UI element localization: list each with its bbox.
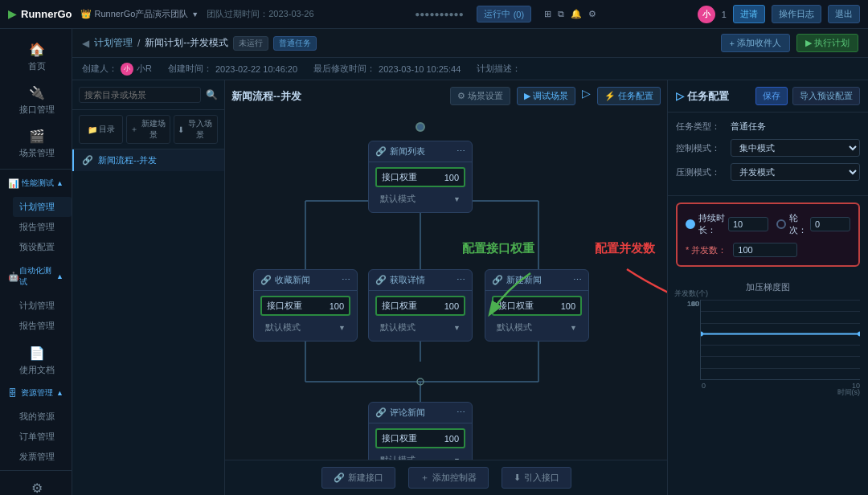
import-scene-button[interactable]: ⬇ 导入场景 bbox=[174, 115, 218, 144]
scene-settings-label: 场景设置 bbox=[468, 90, 503, 102]
control-mode-select[interactable]: 集中模式 bbox=[731, 139, 860, 157]
node-new-news-left: 🔗 新建新闻 bbox=[492, 274, 542, 286]
grid-icon[interactable]: ⊞ bbox=[544, 9, 551, 19]
node-collect-weight: 接口权重 100 bbox=[260, 296, 350, 316]
sidebar-item-my-resources[interactable]: 我的资源 bbox=[13, 407, 72, 427]
copy-icon[interactable]: ⧉ bbox=[558, 9, 564, 19]
node-news-list-title: 新闻列表 bbox=[390, 145, 425, 158]
save-config-button[interactable]: 保存 bbox=[755, 87, 788, 105]
sidebar-group-auto[interactable]: 🤖 自动化测试 ▲ bbox=[0, 260, 72, 292]
add-controller-button[interactable]: ＋ 添加控制器 bbox=[408, 467, 489, 489]
node-collect-left: 🔗 收藏新闻 bbox=[260, 274, 310, 286]
node-collect-news[interactable]: 🔗 收藏新闻 ⋯ 接口权重 100 默认模式 bbox=[253, 269, 358, 342]
enter-button[interactable]: 进请 bbox=[733, 5, 765, 23]
scene-settings-button[interactable]: ⚙ 场景设置 bbox=[450, 87, 510, 105]
collect-chevron-icon: ▼ bbox=[338, 324, 346, 332]
duration-radio-option[interactable]: 持续时长： bbox=[686, 212, 768, 236]
new-news-weight-label: 接口权重 bbox=[498, 300, 534, 312]
settings-icon[interactable]: ⚙ bbox=[588, 9, 596, 19]
sidebar-item-docs[interactable]: 📄 使用文档 bbox=[0, 339, 72, 382]
rounds-input[interactable] bbox=[810, 217, 850, 231]
new-api-button[interactable]: 🔗 新建接口 bbox=[321, 467, 395, 489]
sidebar-item-dev-mgmt[interactable]: 发票管理 bbox=[13, 447, 72, 467]
node-fetch-detail[interactable]: 🔗 获取详情 ⋯ 接口权重 100 默认模式 bbox=[368, 269, 473, 342]
rounds-radio-option[interactable]: 轮次： bbox=[776, 212, 850, 236]
concurrency-value-input[interactable] bbox=[733, 243, 797, 257]
task-config-button[interactable]: ⚡ 任务配置 bbox=[597, 87, 661, 105]
interface-icon: 🔌 bbox=[29, 85, 45, 100]
modified-time-info: 最后修改时间： 2023-03-10 10:25:44 bbox=[313, 63, 461, 75]
scene-search-input[interactable] bbox=[79, 87, 201, 103]
status-count: (0) bbox=[514, 10, 524, 19]
node-new-news[interactable]: 🔗 新建新闻 ⋯ 接口权重 100 默认模式 bbox=[485, 269, 589, 342]
import-api-button[interactable]: ⬇ 引入接口 bbox=[502, 467, 571, 489]
node-collect-title: 收藏新闻 bbox=[275, 274, 310, 286]
debug-button[interactable]: ▶ 调试场景 bbox=[517, 87, 575, 105]
svg-point-16 bbox=[701, 332, 703, 337]
comment-link-icon: 🔗 bbox=[375, 407, 387, 418]
weight-label: 接口权重 bbox=[382, 171, 417, 183]
add-recipient-button[interactable]: + 添加收件人 bbox=[721, 34, 790, 52]
node-news-list[interactable]: 🔗 新闻列表 ⋯ 接口权重 100 默认模式 bbox=[368, 141, 473, 213]
bell-icon[interactable]: 🔔 bbox=[571, 9, 582, 19]
collect-weight-label: 接口权重 bbox=[267, 300, 302, 312]
node-news-list-header: 🔗 新闻列表 ⋯ bbox=[369, 141, 472, 162]
fetch-mode-label: 默认模式 bbox=[380, 321, 416, 333]
sidebar-item-home[interactable]: 🏠 首页 bbox=[0, 35, 72, 79]
canvas-bottom-bar: 🔗 新建接口 ＋ 添加控制器 ⬇ 引入接口 bbox=[225, 460, 667, 495]
node-collect-more[interactable]: ⋯ bbox=[342, 275, 350, 285]
node-fetch-more[interactable]: ⋯ bbox=[457, 275, 465, 285]
import-preset-button[interactable]: 导入预设配置 bbox=[792, 87, 860, 105]
config-header: ▷ 任务配置 保存 导入预设配置 bbox=[668, 80, 868, 112]
node-new-news-mode[interactable]: 默认模式 ▼ bbox=[492, 319, 582, 336]
node-new-news-more[interactable]: ⋯ bbox=[573, 275, 582, 285]
sidebar-item-settings[interactable]: ⚙ 设置 ▲ bbox=[0, 474, 72, 495]
sidebar-item-preset-config[interactable]: 预设配置 bbox=[13, 237, 72, 257]
node-fetch-mode[interactable]: 默认模式 ▼ bbox=[375, 319, 465, 336]
debug-icon: ▶ bbox=[524, 91, 530, 101]
exit-button[interactable]: 退出 bbox=[828, 5, 860, 23]
sidebar-item-order-mgmt[interactable]: 订单管理 bbox=[13, 427, 72, 447]
sidebar-item-report-mgmt[interactable]: 报告管理 bbox=[13, 217, 72, 237]
node-news-list-mode[interactable]: 默认模式 ▼ bbox=[375, 190, 465, 207]
duration-input[interactable] bbox=[728, 217, 768, 231]
team-info[interactable]: 👑 RunnerGo产品演示团队 ▼ bbox=[80, 8, 199, 20]
chart-line-svg bbox=[701, 300, 860, 379]
scene-action-buttons: 📁 目录 ＋ 新建场景 ⬇ 导入场景 bbox=[72, 110, 224, 149]
node-more-icon[interactable]: ⋯ bbox=[457, 146, 465, 157]
config-title-text: 任务配置 bbox=[687, 89, 729, 104]
pressure-mode-select[interactable]: 并发模式 bbox=[731, 163, 860, 181]
task-type-tag: 普通任务 bbox=[273, 36, 317, 51]
top-bar-left: ▶ RunnerGo 👑 RunnerGo产品演示团队 ▼ 团队过期时间：202… bbox=[8, 8, 314, 20]
add-ctrl-icon: ＋ bbox=[420, 472, 429, 484]
fetch-chevron-icon: ▼ bbox=[453, 324, 461, 332]
sidebar-item-interface[interactable]: 🔌 接口管理 bbox=[0, 79, 72, 122]
node-comment-more[interactable]: ⋯ bbox=[457, 407, 465, 418]
sidebar-item-scene[interactable]: 🎬 场景管理 bbox=[0, 122, 72, 166]
sidebar-group-perf[interactable]: 📊 性能测试 ▲ bbox=[0, 173, 72, 194]
new-scene-button[interactable]: ＋ 新建场景 bbox=[126, 115, 170, 144]
new-news-weight-value: 100 bbox=[561, 301, 575, 311]
log-button[interactable]: 操作日志 bbox=[772, 5, 821, 23]
canvas-toolbar: 新闻流程--并发 ⚙ 场景设置 ▶ 调试场景 ▷ ⚡ 任 bbox=[231, 87, 661, 105]
back-icon[interactable]: ◀ bbox=[82, 38, 89, 49]
top-bar-right: 小 1 进请 操作日志 退出 bbox=[698, 5, 860, 23]
new-news-mode-label: 默认模式 bbox=[497, 321, 532, 333]
execute-plan-button[interactable]: ▶ 执行计划 bbox=[796, 34, 858, 52]
sidebar-item-auto-report[interactable]: 报告管理 bbox=[13, 316, 72, 336]
duration-radio-dot bbox=[686, 219, 695, 229]
resources-submenu: 我的资源 订单管理 发票管理 bbox=[0, 403, 72, 470]
node-fetch-weight: 接口权重 100 bbox=[375, 296, 465, 316]
breadcrumb-parent[interactable]: 计划管理 bbox=[94, 36, 133, 50]
svg-point-14 bbox=[417, 378, 424, 385]
top-icons: ⊞ ⧉ 🔔 ⚙ bbox=[544, 9, 596, 19]
x-axis-title: 时间(s) bbox=[837, 387, 861, 398]
dir-button[interactable]: 📁 目录 bbox=[79, 115, 123, 144]
sidebar-group-resources[interactable]: 🗄 资源管理 ▲ bbox=[0, 382, 72, 403]
node-new-news-header: 🔗 新建新闻 ⋯ bbox=[485, 270, 588, 291]
sidebar-item-auto-plan[interactable]: 计划管理 bbox=[13, 296, 72, 316]
sidebar-item-plan-mgmt[interactable]: 计划管理 bbox=[13, 197, 72, 217]
expand-icon: ▷ bbox=[582, 87, 591, 105]
scene-list-item[interactable]: 🔗 新闻流程--并发 bbox=[72, 149, 224, 171]
node-collect-mode[interactable]: 默认模式 ▼ bbox=[260, 319, 350, 336]
